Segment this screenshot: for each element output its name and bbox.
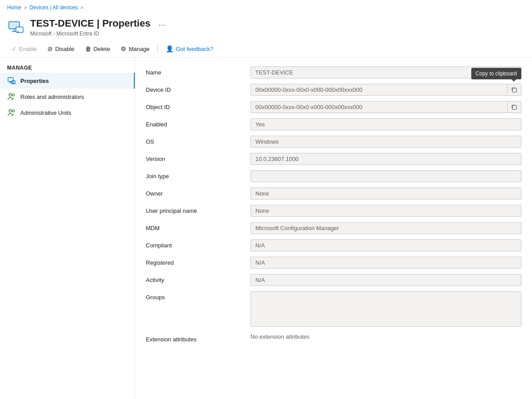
input-groups[interactable] — [250, 291, 521, 327]
page-subtitle: Microsoft - Microsoft Entra ID — [30, 31, 525, 37]
value-wrap-compliant — [250, 239, 521, 251]
copy-button-device-id[interactable] — [507, 85, 521, 95]
breadcrumb-sep1: > — [24, 5, 27, 10]
form-row-registered: Registered — [146, 257, 521, 269]
input-version[interactable] — [250, 153, 521, 165]
value-wrap-os — [250, 136, 521, 148]
delete-button[interactable]: 🗑 Delete — [81, 43, 115, 55]
input-enabled[interactable] — [250, 118, 521, 130]
input-copy-wrap-device-id: 00x00000-0xxx-00x0-x000-000x00xxx000 — [250, 84, 521, 96]
sidebar-properties-label: Properties — [20, 78, 49, 84]
form-row-owner: Owner — [146, 188, 521, 200]
main-layout: Manage Properties — [0, 58, 532, 399]
form-row-extension-attrs: Extension attributesNo extension attribu… — [146, 333, 521, 343]
enable-label: Enable — [19, 46, 37, 52]
feedback-button[interactable]: 👤 Got feedback? — [161, 43, 218, 55]
value-wrap-object-id: 00x00000-0xxx-00x0-x000-000x00xxx000 — [250, 101, 521, 113]
svg-rect-15 — [512, 88, 516, 92]
disable-button[interactable]: ⊘ Disable — [43, 43, 78, 55]
svg-rect-16 — [512, 106, 516, 110]
form-row-enabled: Enabled — [146, 118, 521, 130]
sidebar-manage-label: Manage — [0, 61, 135, 73]
label-registered: Registered — [146, 257, 243, 266]
sidebar-item-admin-units[interactable]: Administrative Units — [0, 105, 135, 121]
input-owner[interactable] — [250, 188, 521, 200]
breadcrumb-sep2: > — [81, 5, 83, 10]
input-copy-wrap-object-id: 00x00000-0xxx-00x0-x000-000x00xxx000 — [250, 101, 521, 113]
sidebar-admin-label: Administrative Units — [20, 110, 71, 116]
copy-tooltip: Copy to clipboard — [471, 68, 521, 79]
value-wrap-enabled — [250, 118, 521, 130]
form-row-upn: User principal name — [146, 205, 521, 217]
copy-button-object-id[interactable] — [507, 102, 521, 113]
delete-icon: 🗑 — [85, 45, 91, 52]
sidebar-item-roles[interactable]: Roles and administrators — [0, 89, 135, 105]
svg-point-13 — [9, 110, 12, 112]
label-activity: Activity — [146, 274, 243, 283]
roles-sidebar-icon — [7, 92, 16, 101]
input-registered[interactable] — [250, 257, 521, 269]
form-row-compliant: Compliant — [146, 239, 521, 251]
svg-point-14 — [12, 110, 15, 112]
form-row-os: OS — [146, 136, 521, 148]
value-wrap-device-id: 00x00000-0xxx-00x0-x000-000x00xxx000Copy… — [250, 84, 521, 96]
value-wrap-registered — [250, 257, 521, 269]
input-compliant[interactable] — [250, 239, 521, 251]
label-join-type: Join type — [146, 170, 243, 180]
form-row-groups: Groups — [146, 291, 521, 328]
value-wrap-upn — [250, 205, 521, 217]
label-name: Name — [146, 66, 243, 76]
manage-label: Manage — [129, 46, 149, 52]
more-options-button[interactable]: ... — [155, 17, 168, 30]
breadcrumb-home[interactable]: Home — [7, 4, 21, 11]
enable-icon: ✓ — [12, 45, 17, 52]
manage-icon: ⚙ — [121, 45, 126, 52]
label-extension-attrs: Extension attributes — [146, 333, 243, 343]
breadcrumb-devices[interactable]: Devices | All devices — [29, 4, 78, 11]
disable-icon: ⊘ — [47, 45, 53, 52]
label-owner: Owner — [146, 188, 243, 197]
page-title: TEST-DEVICE | Properties ... — [30, 17, 525, 30]
input-text-device-id: 00x00000-0xxx-00x0-x000-000x00xxx000 — [251, 84, 507, 95]
breadcrumb: Home > Devices | All devices > — [0, 0, 532, 15]
admin-units-sidebar-icon — [7, 108, 16, 117]
label-os: OS — [146, 136, 243, 145]
label-upn: User principal name — [146, 205, 243, 214]
input-upn[interactable] — [250, 205, 521, 217]
label-device-id: Device ID — [146, 84, 243, 93]
form-row-object-id: Object ID00x00000-0xxx-00x0-x000-000x00x… — [146, 101, 521, 113]
sidebar-item-properties[interactable]: Properties — [0, 73, 135, 89]
svg-point-11 — [9, 94, 12, 96]
form-row-device-id: Device ID00x00000-0xxx-00x0-x000-000x00x… — [146, 84, 521, 96]
feedback-icon: 👤 — [166, 45, 173, 52]
form-row-join-type: Join type — [146, 170, 521, 182]
page-title-text: TEST-DEVICE | Properties — [30, 18, 150, 29]
value-wrap-mdm — [250, 222, 521, 234]
value-wrap-owner — [250, 188, 521, 200]
disable-label: Disable — [55, 46, 74, 52]
form-container: NameDevice ID00x00000-0xxx-00x0-x000-000… — [146, 66, 521, 343]
input-join-type[interactable] — [250, 170, 521, 182]
label-mdm: MDM — [146, 222, 243, 231]
toolbar: ✓ Enable ⊘ Disable 🗑 Delete ⚙ Manage 👤 G… — [0, 40, 532, 58]
manage-button[interactable]: ⚙ Manage — [116, 43, 154, 55]
form-row-mdm: MDM — [146, 222, 521, 234]
input-activity[interactable] — [250, 274, 521, 286]
input-os[interactable] — [250, 136, 521, 148]
svg-rect-5 — [17, 31, 19, 32]
sidebar-roles-label: Roles and administrators — [20, 94, 84, 100]
page-header: TEST-DEVICE | Properties ... Microsoft -… — [0, 15, 532, 40]
sidebar: Manage Properties — [0, 58, 135, 399]
value-wrap-join-type — [250, 170, 521, 182]
value-wrap-version — [250, 153, 521, 165]
enable-button[interactable]: ✓ Enable — [7, 43, 41, 55]
value-wrap-groups — [250, 291, 521, 328]
form-row-version: Version — [146, 153, 521, 165]
label-groups: Groups — [146, 291, 243, 301]
feedback-label: Got feedback? — [176, 46, 213, 52]
label-compliant: Compliant — [146, 239, 243, 249]
properties-sidebar-icon — [7, 76, 16, 85]
device-icon — [7, 18, 25, 36]
toolbar-separator — [157, 44, 158, 53]
input-mdm[interactable] — [250, 222, 521, 234]
